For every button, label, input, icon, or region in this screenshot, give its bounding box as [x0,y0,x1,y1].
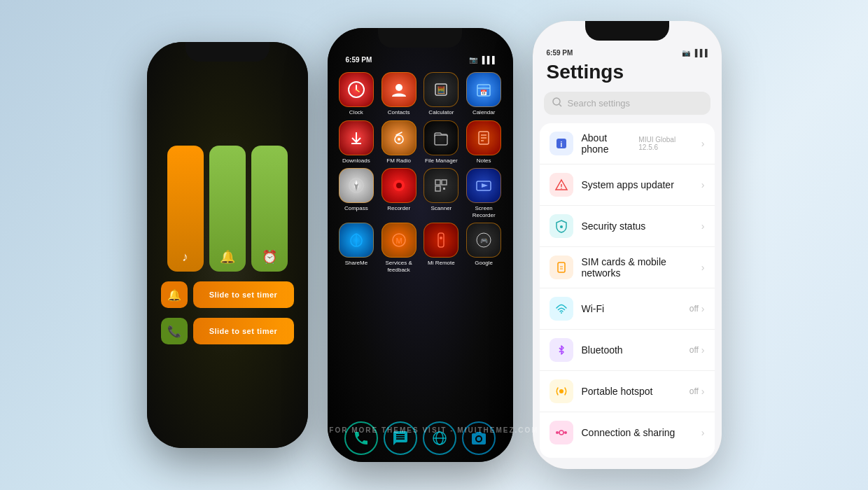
dock-sms[interactable] [384,421,417,455]
hotspot-value: off [690,386,699,396]
svg-point-53 [556,431,559,434]
fmradio-label: FM Radio [386,158,411,164]
clock-app-icon [339,72,374,107]
svg-text:📅: 📅 [480,89,487,96]
settings-item-wifi[interactable]: Wi-Fi off › [540,288,715,330]
app-google[interactable]: 🎮 Google [465,223,503,273]
wifi-value: off [690,304,699,314]
svg-rect-24 [435,186,440,191]
app-clock[interactable]: Clock [337,72,376,116]
contacts-app-icon [382,72,416,107]
slide-btn-small-1[interactable]: 🔔 [161,281,188,308]
phone2-time: 6:59 PM [346,56,372,64]
svg-rect-23 [442,180,447,185]
svg-point-45 [561,188,562,189]
svg-rect-47 [558,262,565,272]
about-text: About phone MIUI Global 12.5.6 [582,132,693,155]
app-downloads[interactable]: Downloads [337,120,376,164]
bluetooth-label: Bluetooth [582,344,681,356]
app-calculator[interactable]: 🧮 Calculator [422,72,461,116]
music-icon: ♪ [182,250,188,265]
shareme-app-icon [339,223,374,258]
sysapps-label: System apps updater [582,179,693,190]
downloads-app-icon [339,120,374,155]
slide-btn-small-2[interactable]: 📞 [161,318,188,344]
settings-item-hotspot[interactable]: Portable hotspot off › [540,371,715,412]
sysapps-text: System apps updater [582,179,693,190]
google-app-icon: 🎮 [466,223,501,258]
connection-right: › [701,427,705,438]
chevron-icon-6: › [701,344,705,356]
compass-label: Compass [344,205,368,212]
settings-item-security[interactable]: Security status › [540,206,715,247]
about-right: › [701,138,705,149]
app-fmradio[interactable]: FM Radio [379,120,418,164]
settings-item-sim[interactable]: SIM cards & mobile networks › [540,247,715,288]
svg-text:i: i [560,141,562,148]
app-compass[interactable]: Compass [337,168,376,218]
settings-item-about[interactable]: i About phone MIUI Global 12.5.6 › [540,123,715,164]
bar-green2: ⏰ [251,146,288,272]
svg-text:🧮: 🧮 [437,85,446,94]
about-label: About phone MIUI Global 12.5.6 [582,132,693,155]
clock-label: Clock [349,109,363,116]
calendar-app-icon: 📅 [466,72,501,107]
bars-container: ♪ 🔔 ⏰ [161,146,294,272]
phone2-statusbar: 6:59 PM 📷 ▐▐▐ [335,56,506,64]
hotspot-label: Portable hotspot [582,386,681,397]
scanner-label: Scanner [430,205,451,212]
dock-camera[interactable] [462,421,496,455]
app-shareme[interactable]: ShareMe [337,223,376,273]
app-scanner[interactable]: Scanner [422,168,461,218]
svg-point-39 [553,98,560,105]
chevron-icon-8: › [701,427,705,438]
downloads-label: Downloads [342,158,370,164]
app-screenrecorder[interactable]: Screen Recorder [465,168,503,218]
calendar-label: Calendar [472,109,495,116]
miremote-label: Mi Remote [428,260,455,267]
contacts-label: Contacts [388,109,410,116]
app-filemanager[interactable]: File Manager [422,120,461,164]
chevron-icon-4: › [701,262,705,273]
settings-item-connection[interactable]: Connection & sharing › [540,412,715,453]
settings-search-bar[interactable]: Search settings [544,92,710,115]
app-contacts[interactable]: Contacts [379,72,418,116]
settings-item-bluetooth[interactable]: Bluetooth off › [540,330,715,371]
security-icon [550,214,573,238]
svg-point-54 [564,431,567,434]
sim-right: › [701,262,705,273]
scanner-app-icon [424,168,458,203]
slide-row-2: 📞 Slide to set timer [161,318,294,344]
slide-timer-2[interactable]: Slide to set timer [193,318,294,344]
settings-statusbar: 6:59 PM 📷 ▐▐▐ [533,49,722,57]
compass-app-icon [339,168,374,203]
app-services[interactable]: M Services & feedback [379,223,418,273]
svg-point-51 [559,389,564,393]
notes-app-icon [466,120,501,155]
about-icon: i [550,132,573,155]
bell-icon: 🔔 [220,249,235,265]
bluetooth-value: off [690,345,699,355]
settings-time: 6:59 PM [547,49,573,57]
app-calendar[interactable]: 📅 Calendar [465,72,503,116]
svg-point-46 [560,225,563,228]
bluetooth-text: Bluetooth [582,344,681,356]
hotspot-text: Portable hotspot [582,386,681,397]
sim-label: SIM cards & mobile networks [582,256,693,279]
app-miremote[interactable]: Mi Remote [422,223,461,273]
app-grid: Clock Contacts 🧮 Calculator [335,72,506,274]
bluetooth-icon-bg [550,338,573,362]
svg-rect-12 [435,135,447,145]
svg-text:🎮: 🎮 [480,237,489,245]
shareme-label: ShareMe [345,260,368,267]
app-notes[interactable]: Notes [465,120,503,164]
dock-browser[interactable] [423,421,456,455]
alarm-icon: ⏰ [262,249,277,265]
recorder-app-icon [382,168,416,203]
svg-point-3 [396,84,402,91]
dock-phone[interactable] [344,421,378,455]
settings-item-sysapps[interactable]: System apps updater › [540,164,715,206]
app-recorder[interactable]: Recorder [379,168,418,218]
services-label: Services & feedback [379,260,418,273]
slide-timer-1[interactable]: Slide to set timer [193,281,294,308]
